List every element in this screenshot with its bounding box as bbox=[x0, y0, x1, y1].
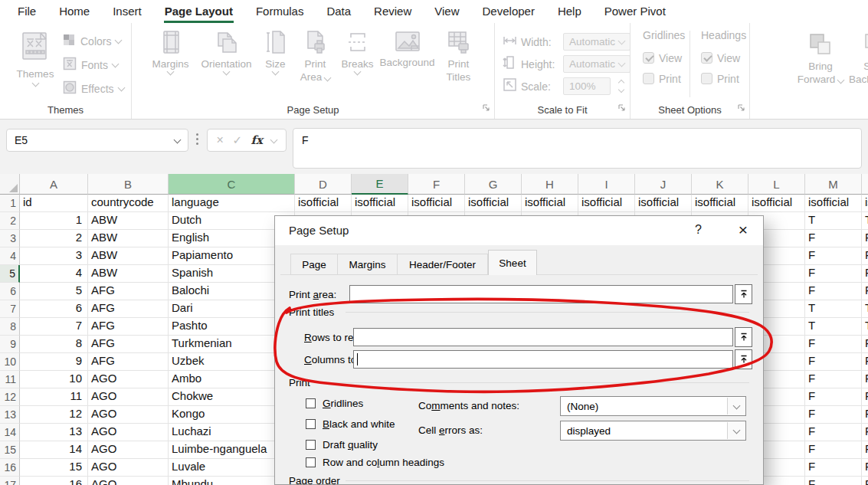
cell-M3[interactable]: F bbox=[805, 230, 862, 247]
cell-M7[interactable]: T bbox=[805, 300, 862, 318]
cell-B2[interactable]: ABW bbox=[88, 212, 169, 230]
collapse-dialog-icon[interactable] bbox=[735, 284, 752, 304]
row-header-1[interactable]: 1 bbox=[0, 195, 20, 212]
cell-B15[interactable]: AGO bbox=[88, 441, 169, 459]
cell-E1[interactable]: isofficial bbox=[352, 195, 408, 212]
row-header-7[interactable]: 7 bbox=[0, 300, 20, 318]
dialog-tab-page[interactable]: Page bbox=[290, 254, 338, 275]
ribbon-tab-view[interactable]: View bbox=[423, 0, 470, 23]
row-header-8[interactable]: 8 bbox=[0, 318, 20, 336]
cell-L1[interactable]: isofficial bbox=[748, 195, 805, 212]
close-icon[interactable]: × bbox=[739, 221, 748, 239]
cell-B1[interactable]: countrycode bbox=[88, 195, 169, 212]
column-header-I[interactable]: I bbox=[578, 174, 635, 195]
comments-and-notes-select[interactable]: (None) bbox=[560, 396, 746, 416]
cell-B11[interactable]: AGO bbox=[88, 371, 169, 388]
draft-quality-checkbox[interactable]: Draft quality bbox=[306, 437, 378, 451]
column-header-N[interactable]: N bbox=[862, 174, 868, 195]
column-header-H[interactable]: H bbox=[522, 174, 578, 195]
cell-M6[interactable]: F bbox=[805, 283, 862, 300]
column-header-C[interactable]: C bbox=[169, 174, 295, 195]
cell-G1[interactable]: isofficial bbox=[465, 195, 522, 212]
cell-H1[interactable]: isofficial bbox=[522, 195, 578, 212]
cell-B3[interactable]: ABW bbox=[88, 230, 169, 247]
black-and-white-checkbox[interactable]: Black and white bbox=[306, 417, 395, 431]
row-header-3[interactable]: 3 bbox=[0, 230, 20, 247]
row-header-16[interactable]: 16 bbox=[0, 459, 20, 477]
cell-A17[interactable]: 16 bbox=[20, 477, 88, 485]
ribbon-tab-page-layout[interactable]: Page Layout bbox=[153, 0, 244, 23]
formula-bar-grip[interactable] bbox=[196, 133, 198, 146]
cell-M5[interactable]: F bbox=[805, 265, 862, 283]
ribbon-tab-data[interactable]: Data bbox=[315, 0, 362, 23]
cell-F1[interactable]: isofficial bbox=[408, 195, 465, 212]
cell-N14[interactable]: F bbox=[862, 424, 868, 441]
row-and-column-headings-checkbox[interactable]: Row and column headings bbox=[306, 455, 444, 469]
column-header-B[interactable]: B bbox=[88, 174, 169, 195]
cell-N13[interactable]: F bbox=[862, 406, 868, 424]
column-header-M[interactable]: M bbox=[805, 174, 862, 195]
cell-M14[interactable]: F bbox=[805, 424, 862, 441]
row-header-17[interactable]: 17 bbox=[0, 477, 20, 485]
cell-A8[interactable]: 7 bbox=[20, 318, 88, 336]
formula-input[interactable]: F bbox=[293, 128, 862, 169]
cell-M1[interactable]: isofficial bbox=[805, 195, 862, 212]
row-header-12[interactable]: 12 bbox=[0, 388, 20, 406]
cell-B6[interactable]: AFG bbox=[88, 283, 169, 300]
cell-N1[interactable]: isofficial bbox=[862, 195, 868, 212]
cell-A4[interactable]: 3 bbox=[20, 247, 88, 265]
checkbox-icon[interactable] bbox=[306, 440, 316, 450]
help-icon[interactable]: ? bbox=[695, 223, 702, 237]
cell-N4[interactable]: F bbox=[862, 247, 868, 265]
cell-N7[interactable]: T bbox=[862, 300, 868, 318]
cell-M13[interactable]: F bbox=[805, 406, 862, 424]
cell-A3[interactable]: 2 bbox=[20, 230, 88, 247]
cell-D1[interactable]: isofficial bbox=[295, 195, 352, 212]
dialog-tab-margins[interactable]: Margins bbox=[338, 254, 398, 275]
cell-N16[interactable]: F bbox=[862, 459, 868, 477]
checkbox-icon[interactable] bbox=[306, 419, 316, 429]
ribbon-tab-insert[interactable]: Insert bbox=[101, 0, 153, 23]
cell-A13[interactable]: 12 bbox=[20, 406, 88, 424]
cell-A11[interactable]: 10 bbox=[20, 371, 88, 388]
ribbon-tab-file[interactable]: File bbox=[6, 0, 47, 23]
cell-B17[interactable]: AGO bbox=[88, 477, 169, 485]
cell-A6[interactable]: 5 bbox=[20, 283, 88, 300]
cell-M8[interactable]: T bbox=[805, 318, 862, 336]
column-header-G[interactable]: G bbox=[465, 174, 522, 195]
cell-N6[interactable]: F bbox=[862, 283, 868, 300]
cell-M9[interactable]: F bbox=[805, 336, 862, 353]
cell-B12[interactable]: AGO bbox=[88, 388, 169, 406]
cell-M16[interactable]: F bbox=[805, 459, 862, 477]
row-header-6[interactable]: 6 bbox=[0, 283, 20, 300]
column-header-L[interactable]: L bbox=[748, 174, 805, 195]
column-header-F[interactable]: F bbox=[408, 174, 465, 195]
cell-errors-select[interactable]: displayed bbox=[560, 421, 746, 441]
cell-B5[interactable]: ABW bbox=[88, 265, 169, 283]
ribbon-tab-power-pivot[interactable]: Power Pivot bbox=[593, 0, 677, 23]
cell-B14[interactable]: AGO bbox=[88, 424, 169, 441]
dialog-tab-header-footer[interactable]: Header/Footer bbox=[398, 254, 488, 275]
row-header-2[interactable]: 2 bbox=[0, 212, 20, 230]
columns-to-repeat-input[interactable] bbox=[353, 350, 733, 369]
cell-N10[interactable]: F bbox=[862, 353, 868, 371]
collapse-dialog-icon[interactable] bbox=[735, 327, 752, 347]
ribbon-tab-home[interactable]: Home bbox=[47, 0, 101, 23]
cell-C1[interactable]: language bbox=[169, 195, 295, 212]
cell-I1[interactable]: isofficial bbox=[578, 195, 635, 212]
name-box[interactable]: E5 bbox=[6, 129, 188, 152]
cell-N3[interactable]: F bbox=[862, 230, 868, 247]
cell-B8[interactable]: AFG bbox=[88, 318, 169, 336]
checkbox-icon[interactable] bbox=[306, 457, 316, 467]
cell-J1[interactable]: isofficial bbox=[635, 195, 692, 212]
cell-A5[interactable]: 4 bbox=[20, 265, 88, 283]
cell-N12[interactable]: F bbox=[862, 388, 868, 406]
cell-N9[interactable]: F bbox=[862, 336, 868, 353]
cell-B4[interactable]: ABW bbox=[88, 247, 169, 265]
column-header-K[interactable]: K bbox=[692, 174, 748, 195]
row-header-13[interactable]: 13 bbox=[0, 406, 20, 424]
column-header-J[interactable]: J bbox=[635, 174, 692, 195]
ribbon-tab-developer[interactable]: Developer bbox=[471, 0, 546, 23]
cell-M2[interactable]: T bbox=[805, 212, 862, 230]
rows-to-repeat-input[interactable] bbox=[353, 328, 733, 346]
